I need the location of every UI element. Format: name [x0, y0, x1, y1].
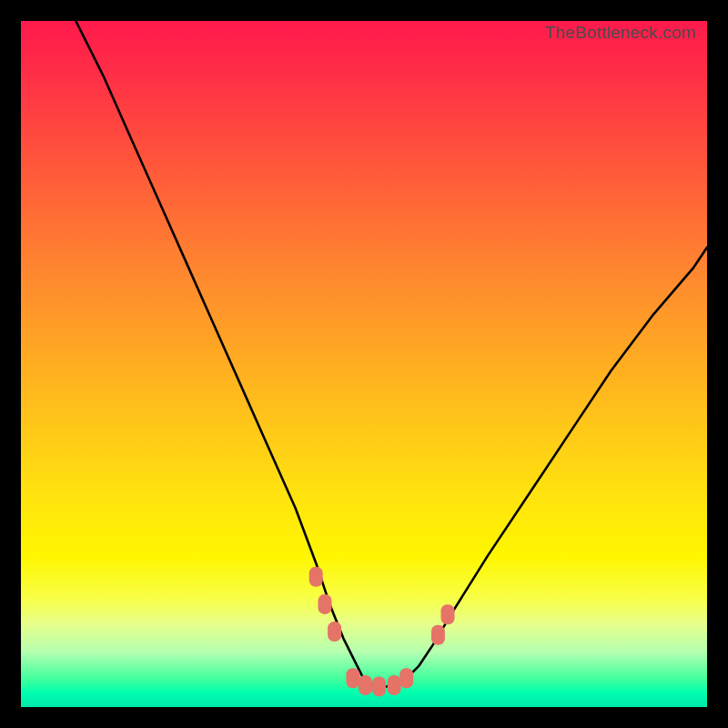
watermark-text: TheBottleneck.com	[545, 23, 696, 43]
curve-marker	[372, 676, 386, 696]
curve-path	[76, 21, 707, 686]
curve-marker	[328, 622, 341, 642]
curve-marker	[309, 567, 323, 587]
plot-area: TheBottleneck.com	[21, 21, 707, 707]
curve-marker	[441, 604, 455, 624]
curve-marker	[388, 675, 401, 695]
curve-marker	[399, 668, 413, 688]
curve-marker	[346, 668, 359, 688]
chart-frame: TheBottleneck.com	[0, 0, 728, 728]
curve-marker	[431, 625, 445, 645]
bottleneck-curve	[21, 21, 707, 707]
curve-marker	[318, 594, 332, 614]
curve-marker	[359, 675, 372, 695]
